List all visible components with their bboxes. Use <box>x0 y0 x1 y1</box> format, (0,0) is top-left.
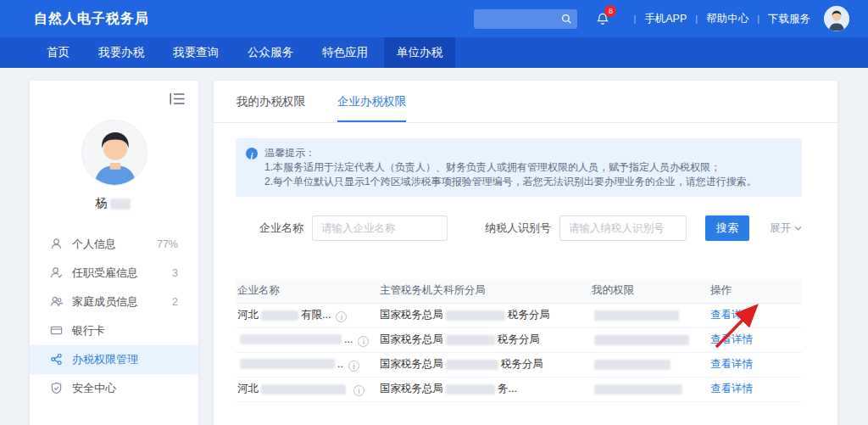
redacted-text <box>446 310 505 321</box>
company-text: .. <box>337 358 343 370</box>
redacted-text <box>261 384 346 394</box>
sidebar-item-label: 办税权限管理 <box>72 352 178 367</box>
link-help-center[interactable]: 帮助中心 <box>706 12 748 26</box>
nav-item-tax-handle[interactable]: 我要办税 <box>86 37 157 68</box>
main-panel: 我的办税权限 企业办税权限 温馨提示： 1.本服务适用于法定代表人（负责人）、财… <box>214 81 837 425</box>
view-details-link[interactable]: 查看详情 <box>710 383 753 394</box>
company-name-label: 企业名称 <box>259 221 303 236</box>
bureau-text: 国家税务总局 <box>380 383 443 394</box>
view-details-link[interactable]: 查看详情 <box>710 333 753 345</box>
chevron-down-icon <box>794 226 802 231</box>
col-header-company: 企业名称 <box>236 279 378 303</box>
sidebar-item-bank-card[interactable]: 银行卡 <box>30 316 198 345</box>
top-header: 自然人电子税务局 8 | 手机APP | 帮助中心 | 下载服务 <box>0 0 868 37</box>
info-icon[interactable] <box>358 336 369 347</box>
shield-icon <box>50 382 64 395</box>
sidebar-menu: 个人信息 77% 任职受雇信息 3 家庭成员信息 2 银行卡 办税权限管理 <box>30 230 198 403</box>
person-icon <box>50 238 64 251</box>
redacted-text <box>110 199 131 210</box>
search-icon[interactable] <box>561 14 572 25</box>
link-download-service[interactable]: 下载服务 <box>768 12 810 26</box>
table-row: 河北 国家税务总局务... 查看详情 <box>236 377 802 401</box>
nav-item-home[interactable]: 首页 <box>34 37 82 68</box>
profile-sidebar: 杨 个人信息 77% 任职受雇信息 3 家庭成员信息 2 银行卡 <box>30 81 198 425</box>
sidebar-item-label: 家庭成员信息 <box>72 294 172 310</box>
user-name: 杨 <box>30 196 198 211</box>
redacted-text <box>240 334 342 344</box>
company-text: 河北 <box>237 383 259 394</box>
redacted-text <box>446 335 495 345</box>
notice-line: 1.本服务适用于法定代表人（负责人）、财务负责人或拥有管理权限的人员，赋予指定人… <box>264 160 757 175</box>
tab-enterprise-tax-permissions[interactable]: 企业办税权限 <box>337 94 406 122</box>
sidebar-item-label: 任职受雇信息 <box>72 266 172 281</box>
company-text: 有限... <box>301 309 331 321</box>
user-avatar[interactable] <box>824 6 849 31</box>
nav-item-featured-apps[interactable]: 特色应用 <box>309 37 381 68</box>
redacted-text <box>594 384 682 394</box>
info-circle-icon <box>246 148 258 159</box>
view-details-link[interactable]: 查看详情 <box>710 358 753 370</box>
redacted-text <box>261 310 298 321</box>
expand-toggle[interactable]: 展开 <box>770 221 802 236</box>
redacted-text <box>240 359 335 369</box>
search-filter-row: 企业名称 纳税人识别号 搜索 展开 <box>259 215 802 241</box>
nav-item-query[interactable]: 我要查询 <box>160 37 231 68</box>
notification-bell-icon[interactable]: 8 <box>594 8 611 29</box>
divider: | <box>633 14 636 24</box>
person-check-icon <box>50 266 64 280</box>
notice-title: 温馨提示： <box>264 146 757 160</box>
sidebar-item-label: 个人信息 <box>72 237 157 252</box>
bureau-text: 国家税务总局 <box>380 358 443 370</box>
info-icon[interactable] <box>348 361 359 372</box>
col-header-action: 操作 <box>709 279 802 303</box>
col-header-permission: 我的权限 <box>590 279 709 303</box>
bureau-text: 税务分局 <box>498 333 540 345</box>
redacted-text <box>446 384 495 394</box>
expand-label: 展开 <box>770 221 791 236</box>
info-icon[interactable] <box>353 385 364 396</box>
info-icon[interactable] <box>336 311 347 322</box>
company-text: ... <box>344 333 353 345</box>
bureau-text: 税务分局 <box>508 309 550 321</box>
search-button[interactable]: 搜索 <box>705 215 749 241</box>
share-nodes-icon <box>50 353 64 366</box>
sidebar-item-value: 3 <box>172 267 178 279</box>
table-row: 河北有限... 国家税务总局税务分局 查看详情 <box>236 303 802 327</box>
collapse-menu-icon[interactable] <box>170 92 185 105</box>
profile-avatar <box>81 120 147 186</box>
table-row: .. 国家税务总局税务分局 查看详情 <box>236 352 802 377</box>
sidebar-item-label: 银行卡 <box>72 323 178 338</box>
sidebar-item-family-members[interactable]: 家庭成员信息 2 <box>30 288 198 316</box>
bureau-text: 税务分局 <box>501 358 543 370</box>
table-row: ... 国家税务总局税务分局 查看详情 <box>236 327 802 352</box>
bureau-text: 务... <box>498 383 517 394</box>
bureau-text: 国家税务总局 <box>380 333 443 345</box>
notice-box: 温馨提示： 1.本服务适用于法定代表人（负责人）、财务负责人或拥有管理权限的人员… <box>236 138 802 197</box>
sidebar-item-tax-permission-mgmt[interactable]: 办税权限管理 <box>30 345 198 374</box>
sidebar-item-label: 安全中心 <box>72 381 178 396</box>
table-header-row: 企业名称 主管税务机关科所分局 我的权限 操作 <box>236 279 802 303</box>
company-name-input[interactable] <box>312 215 448 241</box>
link-mobile-app[interactable]: 手机APP <box>644 12 687 26</box>
content-area: 杨 个人信息 77% 任职受雇信息 3 家庭成员信息 2 银行卡 <box>0 68 868 425</box>
redacted-text <box>446 360 498 370</box>
sidebar-item-value: 2 <box>172 296 178 308</box>
sidebar-item-personal-info[interactable]: 个人信息 77% <box>30 230 198 259</box>
user-name-text: 杨 <box>96 196 108 210</box>
app-logo: 自然人电子税务局 <box>34 10 149 28</box>
people-icon <box>50 295 64 309</box>
tab-my-tax-permissions[interactable]: 我的办税权限 <box>236 94 305 122</box>
header-search-input[interactable] <box>474 9 577 29</box>
taxpayer-id-input[interactable] <box>559 215 687 241</box>
main-nav: 首页 我要办税 我要查询 公众服务 特色应用 单位办税 <box>0 37 868 68</box>
nav-item-unit-tax[interactable]: 单位办税 <box>384 37 455 68</box>
sidebar-item-employment-info[interactable]: 任职受雇信息 3 <box>30 259 198 288</box>
notice-line: 2.每个单位默认只显示1个跨区域涉税事项报验管理编号，若您无法识别出要办理业务的… <box>264 175 757 189</box>
view-details-link[interactable]: 查看详情 <box>710 309 753 321</box>
col-header-bureau: 主管税务机关科所分局 <box>378 279 590 303</box>
bank-card-icon <box>50 324 64 338</box>
sidebar-item-value: 77% <box>157 238 178 250</box>
company-text: 河北 <box>237 309 259 321</box>
sidebar-item-security-center[interactable]: 安全中心 <box>30 374 198 403</box>
nav-item-public-service[interactable]: 公众服务 <box>235 37 306 68</box>
